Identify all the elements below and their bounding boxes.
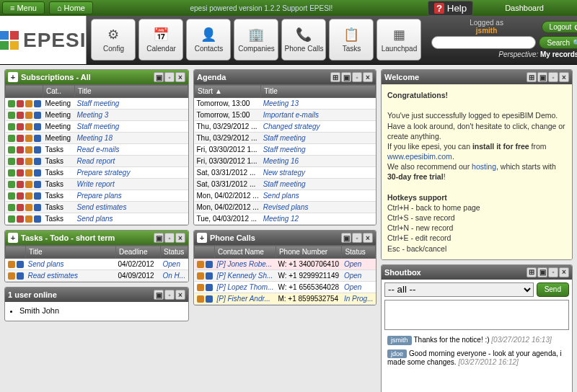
panel-toggle-icon[interactable]: ▣ [154, 72, 164, 82]
table-row[interactable]: Mon, 04/02/2012 ...Revised plans [195, 202, 376, 213]
welcome-panel: Welcome ⊞▣◦× Congratulations! You've jus… [381, 69, 573, 260]
shout-filter[interactable]: -- all -- [384, 282, 534, 297]
search-button[interactable]: Search 🔍 [539, 36, 577, 49]
table-row[interactable]: Fri, 03/30/2012 1...Meeting 16 [195, 156, 376, 167]
tool-calendar[interactable]: 📅Calendar [138, 19, 183, 61]
table-row[interactable]: [P] Kennedy Sh...W: +1 9299921149Open [195, 270, 376, 282]
home-button[interactable]: ⌂ Home [49, 1, 93, 14]
table-row[interactable]: [P] Lopez Thom...W: +1 6565364028Open [195, 282, 376, 293]
logout-button[interactable]: Logout ⏻ [542, 21, 577, 33]
users-online-panel: 1 user online ▣◦× Smith John [4, 287, 189, 321]
table-row[interactable]: Thu, 03/29/2012 ...Changed strategy [195, 121, 376, 133]
tool-launchpad[interactable]: ▦Launchpad [376, 19, 421, 61]
table-row[interactable]: Tue, 04/03/2012 ...Meeting 12 [195, 213, 376, 225]
toolbar: ⚙Config📅Calendar👤Contacts🏢Companies📞Phon… [87, 16, 426, 64]
shout-send-button[interactable]: Send [537, 282, 569, 297]
tool-tasks[interactable]: 📋Tasks [329, 19, 374, 61]
agenda-panel: Agenda ⊞▣◦× Start ▲ Title Tomorrow, 13:0… [193, 69, 376, 226]
table-row[interactable]: TasksWrite report [6, 179, 188, 190]
table-row[interactable]: MeetingMeeting 3 [6, 110, 188, 121]
table-row[interactable]: Sat, 03/31/2012 ...Staff meeting [195, 179, 376, 190]
table-row[interactable]: TasksRead e-mails [6, 144, 188, 156]
logo: EPESI [0, 16, 87, 64]
table-row[interactable]: Thu, 03/29/2012 ...Staff meeting [195, 133, 376, 144]
tool-phone-calls[interactable]: 📞Phone Calls [281, 19, 326, 61]
hosting-link[interactable]: hosting [472, 162, 496, 171]
phone calls-icon: 📞 [294, 27, 313, 43]
table-row[interactable]: Tomorrow, 13:00Meeting 13 [195, 98, 376, 110]
table-row[interactable]: TasksSend plans [6, 213, 188, 225]
tool-companies[interactable]: 🏢Companies [234, 19, 278, 61]
table-row[interactable]: Tomorrow, 15:00Important e-mails [195, 110, 376, 121]
help-button[interactable]: ? Help [428, 1, 473, 16]
table-row[interactable]: MeetingMeeting 18 [6, 133, 188, 144]
add-icon[interactable]: + [8, 233, 18, 243]
list-item: Smith John [19, 306, 188, 315]
companies-icon: 🏢 [247, 27, 265, 43]
tasks-icon: 📋 [342, 27, 361, 43]
menu-button[interactable]: ≡ Menu [2, 1, 45, 14]
table-row[interactable]: [P] Jones Robe...W: +1 3400706410Open [195, 259, 376, 270]
table-row[interactable]: [P] Fisher Andr...M: +1 8599532754In Pro… [195, 293, 376, 305]
launchpad-icon: ▦ [389, 27, 408, 43]
phonecalls-panel: + Phone Calls ▣◦× Contact Name Phone Num… [193, 230, 376, 306]
powered-text: epesi powered version 1.2.2 Support EPES… [95, 4, 428, 12]
shoutbox-panel: Shoutbox ⊞▣◦× -- all -- Send jsmithThank… [381, 264, 573, 392]
dashboard-label: Dashboard [476, 4, 573, 12]
table-row[interactable]: Read estimates04/09/2012On H... [6, 270, 188, 282]
shout-message: jdoeGood morning everyone - look at your… [387, 349, 566, 368]
panel-min-icon[interactable]: ◦ [164, 72, 175, 82]
table-row[interactable]: Sat, 03/31/2012 ...New strategy [195, 167, 376, 179]
tasks-panel: + Tasks - Todo - short term ▣◦× Title De… [4, 230, 189, 282]
table-row[interactable]: TasksRead report [6, 156, 188, 167]
search-input[interactable] [431, 36, 536, 49]
table-row[interactable]: MeetingStaff meeting [6, 98, 188, 110]
add-icon[interactable]: + [8, 72, 18, 82]
tool-config[interactable]: ⚙Config [91, 19, 136, 61]
table-row[interactable]: MeetingStaff meeting [6, 121, 188, 133]
table-row[interactable]: TasksPrepare strategy [6, 167, 188, 179]
panel-close-icon[interactable]: × [175, 72, 185, 82]
shout-input[interactable] [384, 300, 569, 330]
table-row[interactable]: TasksSend estimates [6, 202, 188, 213]
contacts-icon: 👤 [199, 27, 218, 43]
logged-as: Logged as jsmith [431, 19, 541, 35]
subscriptions-panel: + Subscriptions - All ▣◦× Cat.. Title Me… [4, 69, 189, 226]
epesi-link[interactable]: www.epesibim.com [387, 152, 452, 161]
shout-message: jsmithThanks for the notice! :) [03/27/2… [387, 336, 566, 345]
tool-contacts[interactable]: 👤Contacts [186, 19, 231, 61]
perspective[interactable]: Perspective: My records 👤 [431, 50, 577, 58]
config-icon: ⚙ [104, 27, 123, 43]
table-row[interactable]: Mon, 04/02/2012 ...Send plans [195, 190, 376, 202]
table-row[interactable]: TasksPrepare plans [6, 190, 188, 202]
calendar-icon: 📅 [151, 27, 170, 43]
table-row[interactable]: Fri, 03/30/2012 1...Staff meeting [195, 144, 376, 156]
welcome-heading: Congratulations! [387, 91, 448, 99]
add-icon[interactable]: + [197, 233, 207, 243]
table-row[interactable]: Send plans04/02/2012Open [6, 259, 188, 270]
